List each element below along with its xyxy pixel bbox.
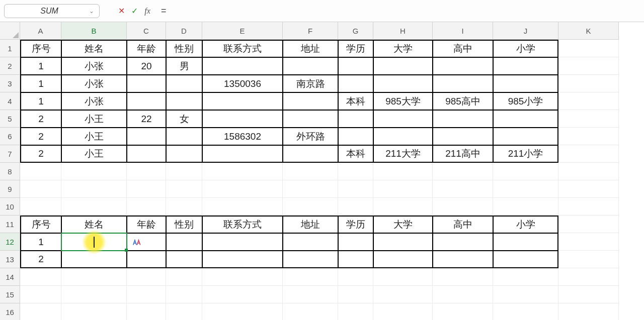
cell-H1[interactable]: 大学	[373, 40, 433, 57]
cell-C16[interactable]	[127, 303, 166, 320]
cell-D10[interactable]	[166, 198, 202, 216]
cell-I16[interactable]	[433, 303, 493, 320]
name-box[interactable]: SUM ⌄	[4, 4, 100, 18]
cell-D2[interactable]: 男	[166, 57, 202, 75]
cell-A5[interactable]: 2	[20, 110, 61, 128]
cell-C5[interactable]: 22	[127, 110, 166, 128]
cell-B10[interactable]	[61, 198, 127, 216]
cell-H15[interactable]	[373, 286, 433, 303]
cell-F12[interactable]	[283, 233, 338, 251]
cell-J12[interactable]	[493, 233, 558, 251]
cell-E4[interactable]	[202, 92, 283, 110]
cell-E13[interactable]	[202, 251, 283, 268]
cell-G15[interactable]	[338, 286, 373, 303]
formula-input[interactable]: =	[154, 6, 644, 16]
cell-A14[interactable]	[20, 268, 61, 286]
cell-C3[interactable]	[127, 75, 166, 92]
cell-H11[interactable]: 大学	[373, 216, 433, 233]
cell-H4[interactable]: 985大学	[373, 92, 433, 110]
col-header-E[interactable]: E	[202, 22, 283, 40]
cell-D6[interactable]	[166, 128, 202, 145]
cell-D13[interactable]	[166, 251, 202, 268]
row-header-5[interactable]: 5	[0, 110, 20, 128]
row-header-6[interactable]: 6	[0, 128, 20, 145]
cell-J3[interactable]	[493, 75, 558, 92]
row-header-12[interactable]: 12	[0, 233, 20, 251]
cell-A1[interactable]: 序号	[20, 40, 61, 57]
cell-J15[interactable]	[493, 286, 558, 303]
cell-G7[interactable]: 本科	[338, 145, 373, 163]
cell-K4[interactable]	[558, 92, 619, 110]
cell-E1[interactable]: 联系方式	[202, 40, 283, 57]
cell-C1[interactable]: 年龄	[127, 40, 166, 57]
ai-suggest-icon[interactable]	[130, 235, 143, 248]
cell-E6[interactable]: 1586302	[202, 128, 283, 145]
cell-F5[interactable]	[283, 110, 338, 128]
cell-H5[interactable]	[373, 110, 433, 128]
cell-K5[interactable]	[558, 110, 619, 128]
cell-C14[interactable]	[127, 268, 166, 286]
cell-G13[interactable]	[338, 251, 373, 268]
cell-A3[interactable]: 1	[20, 75, 61, 92]
cell-G1[interactable]: 学历	[338, 40, 373, 57]
row-header-3[interactable]: 3	[0, 75, 20, 92]
select-all-corner[interactable]	[0, 22, 20, 40]
cell-H14[interactable]	[373, 268, 433, 286]
cell-F11[interactable]: 地址	[283, 216, 338, 233]
cell-J13[interactable]	[493, 251, 558, 268]
cell-G16[interactable]	[338, 303, 373, 320]
cell-K8[interactable]	[558, 163, 619, 180]
cell-F16[interactable]	[283, 303, 338, 320]
cell-F13[interactable]	[283, 251, 338, 268]
cell-D11[interactable]: 性别	[166, 216, 202, 233]
cell-C13[interactable]	[127, 251, 166, 268]
cell-C4[interactable]	[127, 92, 166, 110]
cell-J16[interactable]	[493, 303, 558, 320]
cell-G12[interactable]	[338, 233, 373, 251]
formula-cancel-button[interactable]: ✕	[115, 5, 128, 18]
fx-icon[interactable]: fx	[141, 5, 154, 18]
cell-A16[interactable]	[20, 303, 61, 320]
cell-G2[interactable]	[338, 57, 373, 75]
cell-J1[interactable]: 小学	[493, 40, 558, 57]
cell-F8[interactable]	[283, 163, 338, 180]
cell-I3[interactable]	[433, 75, 493, 92]
cell-C11[interactable]: 年龄	[127, 216, 166, 233]
cell-K14[interactable]	[558, 268, 619, 286]
cell-K2[interactable]	[558, 57, 619, 75]
cell-D3[interactable]	[166, 75, 202, 92]
cell-I5[interactable]	[433, 110, 493, 128]
cell-H10[interactable]	[373, 198, 433, 216]
cell-K9[interactable]	[558, 180, 619, 198]
cell-A7[interactable]: 2	[20, 145, 61, 163]
cell-I4[interactable]: 985高中	[433, 92, 493, 110]
row-header-13[interactable]: 13	[0, 251, 20, 268]
cell-A12[interactable]: 1	[20, 233, 61, 251]
col-header-D[interactable]: D	[166, 22, 202, 40]
cell-E10[interactable]	[202, 198, 283, 216]
cell-G3[interactable]	[338, 75, 373, 92]
cell-K13[interactable]	[558, 251, 619, 268]
cell-H3[interactable]	[373, 75, 433, 92]
cell-C7[interactable]	[127, 145, 166, 163]
cell-D14[interactable]	[166, 268, 202, 286]
cell-B8[interactable]	[61, 163, 127, 180]
cell-J8[interactable]	[493, 163, 558, 180]
row-header-9[interactable]: 9	[0, 180, 20, 198]
cell-C2[interactable]: 20	[127, 57, 166, 75]
cell-E12[interactable]	[202, 233, 283, 251]
chevron-down-icon[interactable]: ⌄	[89, 8, 94, 15]
cell-B11[interactable]: 姓名	[61, 216, 127, 233]
cell-G10[interactable]	[338, 198, 373, 216]
cell-E11[interactable]: 联系方式	[202, 216, 283, 233]
cell-K15[interactable]	[558, 286, 619, 303]
cell-D16[interactable]	[166, 303, 202, 320]
cell-F2[interactable]	[283, 57, 338, 75]
cell-K7[interactable]	[558, 145, 619, 163]
cell-I1[interactable]: 高中	[433, 40, 493, 57]
cell-E9[interactable]	[202, 180, 283, 198]
cell-K12[interactable]	[558, 233, 619, 251]
cell-F3[interactable]: 南京路	[283, 75, 338, 92]
cell-B2[interactable]: 小张	[61, 57, 127, 75]
cell-K6[interactable]	[558, 128, 619, 145]
